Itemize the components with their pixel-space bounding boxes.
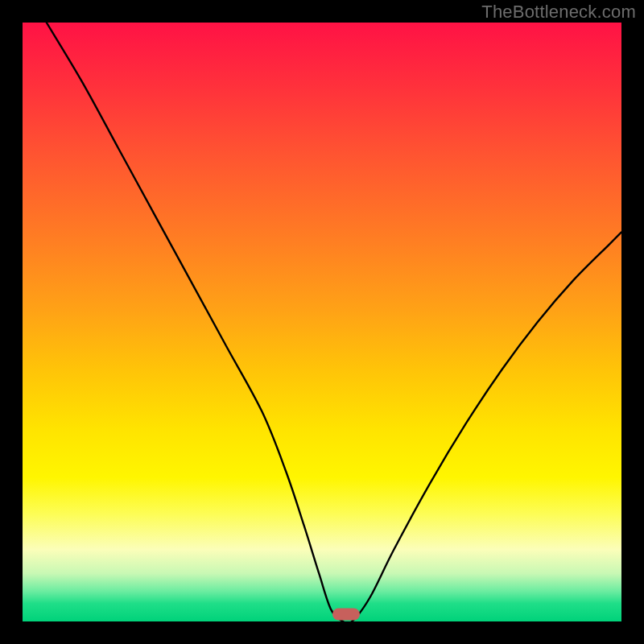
optimal-marker [332,609,360,621]
bottleneck-curve [23,23,621,621]
watermark-text: TheBottleneck.com [481,2,636,23]
plot-area [23,23,621,621]
chart-stage: TheBottleneck.com [0,0,644,644]
